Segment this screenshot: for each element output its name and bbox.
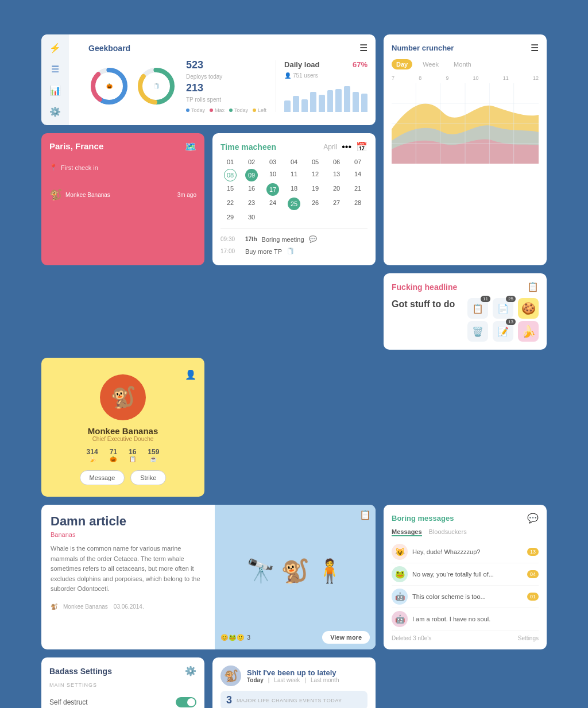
tm-title: Time macheen <box>220 142 276 152</box>
icon-box-4: 📝 13 <box>493 321 513 342</box>
circle-tp-icon: 🧻 <box>153 83 160 89</box>
bar-7 <box>335 89 342 112</box>
headline-card: Fucking headline 📋 Got stuff to do 📋 11 … <box>384 273 547 350</box>
bar-9 <box>353 92 359 112</box>
view-more-button[interactable]: View more <box>322 631 370 644</box>
mc-tab-messages[interactable]: Messages <box>392 528 422 536</box>
scene-monkey: 🐒 <box>281 558 310 585</box>
daily-load-section: Daily load 67% 👤 751 users <box>276 60 368 112</box>
bar-3 <box>301 99 308 112</box>
list-icon[interactable]: ☰ <box>51 64 59 75</box>
circle-deploys: 🎃 <box>88 65 130 107</box>
msg-badge-2: 04 <box>527 570 539 578</box>
got-stuff-container: Got stuff to do 📋 11 🗑️ 📄 25 📝 13 <box>392 298 539 342</box>
chart-icon[interactable]: 📊 <box>49 85 61 96</box>
nc-tabs: Day Week Month <box>392 59 539 69</box>
icon-2: 🗑️ <box>467 321 488 342</box>
pumpkin-icon: 🎃 <box>110 456 117 462</box>
bar-8 <box>344 86 350 112</box>
settings-card: Badass Settings ⚙️ MAIN SETTINGS Self de… <box>41 657 204 708</box>
msg-item-2: 🐸 No way, you're totally full of... 04 <box>392 563 539 586</box>
circle-tp: 🧻 <box>136 65 177 107</box>
menu-icon[interactable]: ☰ <box>359 42 368 53</box>
mc-header: Boring messages 💬 <box>392 513 539 524</box>
ac-title-group: Shit I've been up to lately Today | Last… <box>247 668 339 683</box>
tp-label: TP rolls spent <box>186 96 266 103</box>
paris-sub: First check in <box>61 164 98 171</box>
profile-buttons: Message Strike <box>80 470 167 485</box>
bar-5 <box>319 95 325 112</box>
got-stuff-icons-col1: 📋 11 🗑️ <box>467 298 488 342</box>
got-stuff-text: Got stuff to do <box>392 298 463 342</box>
geekboard-body: 🎃 🧻 523 Deploys today 213 <box>88 59 368 113</box>
mc-tab-bloodsuckers[interactable]: Bloodsuckers <box>429 528 467 536</box>
tm-grid-icon[interactable]: 📅 <box>356 141 368 152</box>
ac-avatar: 🐒 <box>220 666 241 686</box>
nc-tab-month[interactable]: Month <box>449 59 476 69</box>
tm-event-2: 17:00 Buy more TP 🧻 <box>220 245 368 257</box>
event1-date-label: 17th <box>245 236 257 242</box>
ac-tab-lastweek[interactable]: Last week <box>274 677 300 683</box>
profile-name: Monkee Bananas <box>88 426 158 436</box>
article-book-icon: 📋 <box>359 509 371 520</box>
ac-tab-lastmonth[interactable]: Last month <box>311 677 339 683</box>
ac-header-top: 🐒 Shit I've been up to lately Today | La… <box>220 666 339 686</box>
scene-telescope: 🔭 <box>246 558 275 585</box>
msg-text-3: This color scheme is too... <box>412 593 523 600</box>
hl-title: Fucking headline <box>392 283 457 292</box>
paris-user-avatar: 🐒 <box>49 188 62 201</box>
article-author-avatar: 🐒 <box>51 603 57 610</box>
activity-card: 🐒 Shit I've been up to lately Today | La… <box>212 657 376 708</box>
gear-icon[interactable]: ⚙️ <box>49 106 61 117</box>
lightning-icon[interactable]: ⚡ <box>49 42 61 53</box>
toggle-self-destruct[interactable] <box>176 697 196 707</box>
bar-1 <box>284 100 291 112</box>
nc-tab-week[interactable]: Week <box>418 59 443 69</box>
got-stuff-title: Got stuff to do <box>392 298 463 311</box>
scene-person: 🧍 <box>315 558 344 585</box>
profile-card: 👤 🐒 Monkee Bananas Chief Executive Douch… <box>41 358 204 497</box>
doc-icon: 📋 <box>129 456 136 462</box>
msg-text-4: I am a robot. I have no soul. <box>412 616 539 622</box>
event1-time: 09:30 <box>220 236 241 242</box>
article-scene: 🔭 🐒 🧍 <box>220 510 370 631</box>
tm-event-1: 09:30 17th Boring meeting 💬 <box>220 233 368 245</box>
msg-item-4: 🤖 I am a robot. I have no soul. <box>392 608 539 630</box>
article-likes: 😊🐸🙂 3 <box>220 634 250 641</box>
article-card: Damn article Bananas Whale is the common… <box>41 505 376 649</box>
nc-tab-day[interactable]: Day <box>392 59 412 69</box>
article-body: Whale is the common name for various mar… <box>51 544 206 594</box>
article-category: Bananas <box>51 531 206 538</box>
stats-container: 523 Deploys today 213 TP rolls spent Tod… <box>186 59 266 113</box>
like-avatars: 😊🐸🙂 <box>220 634 245 641</box>
icon-box-2: 🗑️ <box>467 321 488 342</box>
hl-header: Fucking headline 📋 <box>392 281 539 292</box>
event1-desc: Boring meeting <box>262 236 304 243</box>
event2-icon: 🧻 <box>287 247 295 255</box>
badge-1: 11 <box>481 296 490 302</box>
nc-menu-icon[interactable]: ☰ <box>531 42 539 53</box>
mc-footer-left: Deleted 3 n0e's <box>392 635 431 641</box>
msg-avatar-1: 😺 <box>392 544 408 560</box>
tm-dots[interactable]: ••• <box>342 142 351 152</box>
strike-button[interactable]: Strike <box>130 470 166 485</box>
event2-desc: Buy more TP <box>245 248 282 255</box>
mc-footer-right[interactable]: Settings <box>518 635 539 641</box>
message-button[interactable]: Message <box>80 470 125 485</box>
legend: Today Max Today Left <box>186 107 266 113</box>
got-stuff-icons-col3: 🍪 🍌 <box>518 298 539 342</box>
mc-footer: Deleted 3 n0e's Settings <box>392 635 539 641</box>
daily-load-title: Daily load <box>284 60 319 69</box>
ac-tab-today[interactable]: Today <box>247 677 264 683</box>
paris-user: Monkee Bananas <box>65 192 110 198</box>
msg-text-1: Hey, dude! Whazzzzup? <box>412 548 523 555</box>
setting-label-1: Self destruct <box>49 698 88 706</box>
sc-gear-icon[interactable]: ⚙️ <box>185 666 196 676</box>
event1-icon: 💬 <box>309 235 317 243</box>
geekboard-content: Geekboard ☰ 🎃 <box>80 34 376 125</box>
paris-footer: 🐒 Monkee Bananas 3m ago <box>49 188 196 201</box>
tm-events: 09:30 17th Boring meeting 💬 17:00 Buy mo… <box>220 228 368 257</box>
tp-num: 213 <box>186 82 266 94</box>
msg-text-2: No way, you're totally full of... <box>412 571 523 578</box>
mc-chat-icon: 💬 <box>527 513 539 524</box>
